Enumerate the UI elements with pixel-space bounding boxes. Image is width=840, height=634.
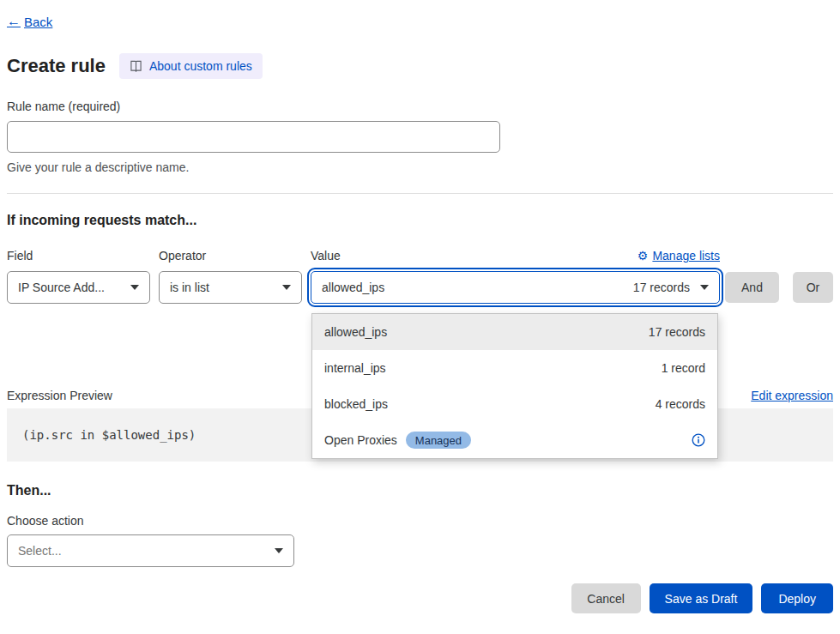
managed-badge: Managed (406, 432, 471, 449)
expression-code: (ip.src in $allowed_ips) (22, 428, 196, 442)
footer-actions: Cancel Save as Draft Deploy (7, 583, 833, 613)
and-button[interactable]: And (725, 272, 779, 303)
divider (7, 193, 833, 194)
page-title: Create rule (7, 55, 106, 77)
operator-select[interactable]: is in list (159, 271, 302, 304)
dropdown-item-open-proxies[interactable]: Open Proxies Managed (312, 422, 717, 458)
manage-lists-label: Manage lists (652, 249, 720, 263)
rule-name-helper: Give your rule a descriptive name. (7, 160, 833, 174)
dropdown-item-internal-ips[interactable]: internal_ips 1 record (312, 350, 717, 386)
dropdown-item-detail: 1 record (662, 361, 705, 375)
action-select[interactable]: Select... (7, 534, 294, 567)
field-select[interactable]: IP Source Add... (7, 271, 150, 304)
field-select-value: IP Source Add... (18, 281, 105, 294)
title-row: Create rule About custom rules (7, 53, 833, 79)
dropdown-item-detail: 17 records (649, 325, 705, 339)
value-select-detail: 17 records (633, 281, 690, 294)
action-select-placeholder: Select... (18, 544, 62, 558)
dropdown-item-name: internal_ips (324, 361, 386, 375)
match-row: Field IP Source Add... Operator is in li… (7, 247, 833, 304)
dropdown-item-allowed-ips[interactable]: allowed_ips 17 records (312, 314, 717, 350)
book-icon (130, 60, 142, 72)
about-custom-rules-label: About custom rules (149, 59, 252, 73)
then-section-title: Then... (7, 483, 833, 498)
chevron-down-icon (700, 285, 709, 290)
back-arrow-icon: ← (7, 14, 21, 29)
field-label: Field (7, 249, 33, 263)
deploy-button[interactable]: Deploy (761, 583, 833, 613)
dropdown-item-detail: 4 records (656, 397, 705, 411)
value-label: Value (311, 249, 341, 263)
chevron-down-icon (282, 285, 291, 290)
save-as-draft-button[interactable]: Save as Draft (650, 583, 753, 613)
dropdown-item-blocked-ips[interactable]: blocked_ips 4 records (312, 386, 717, 422)
choose-action-label: Choose action (7, 514, 833, 528)
back-link-label: Back (24, 15, 52, 29)
and-or-group: And Or (720, 247, 833, 303)
create-rule-page: ←Back Create rule About custom rules Rul… (0, 0, 840, 613)
value-dropdown-panel: allowed_ips 17 records internal_ips 1 re… (311, 313, 718, 459)
rule-name-input[interactable] (7, 121, 500, 153)
dropdown-item-name: blocked_ips (324, 397, 388, 411)
chevron-down-icon (275, 548, 283, 553)
cancel-button[interactable]: Cancel (571, 583, 641, 613)
dropdown-item-name: allowed_ips (324, 325, 387, 339)
edit-expression-link[interactable]: Edit expression (751, 389, 833, 402)
dropdown-item-name: Open Proxies (324, 433, 397, 447)
gear-icon: ⚙ (638, 249, 649, 263)
value-select[interactable]: allowed_ips 17 records (311, 271, 720, 304)
value-select-value: allowed_ips (322, 281, 384, 294)
rule-name-label: Rule name (required) (7, 100, 833, 113)
match-section-title: If incoming requests match... (7, 213, 833, 228)
info-icon[interactable] (692, 433, 705, 447)
operator-select-value: is in list (170, 281, 209, 294)
back-link[interactable]: ←Back (7, 14, 52, 29)
operator-label: Operator (159, 249, 206, 263)
or-button[interactable]: Or (793, 272, 833, 303)
about-custom-rules-link[interactable]: About custom rules (119, 53, 263, 79)
chevron-down-icon (130, 285, 139, 290)
manage-lists-link[interactable]: ⚙ Manage lists (638, 249, 720, 263)
expression-preview-label: Expression Preview (7, 389, 112, 402)
